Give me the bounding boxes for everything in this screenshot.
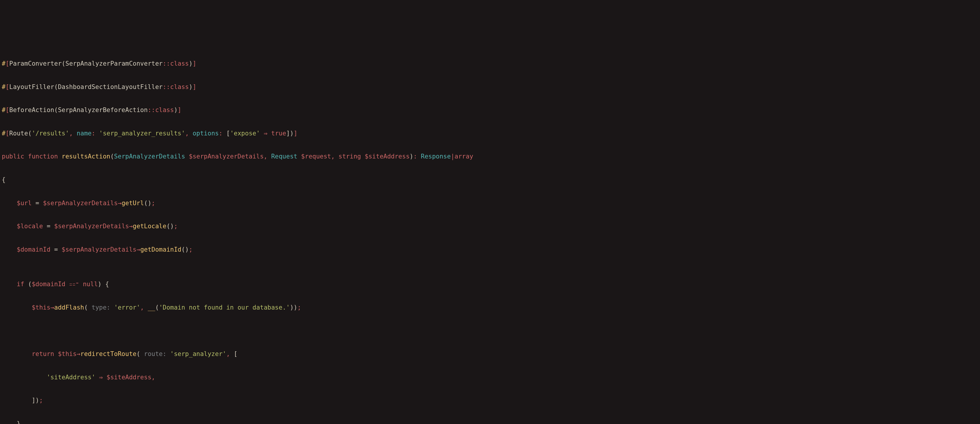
parameter-var: $request xyxy=(301,153,331,160)
method-call: getUrl xyxy=(122,200,144,207)
code-line-17[interactable]: } xyxy=(2,418,978,424)
equals: = xyxy=(54,246,58,253)
code-line-16[interactable]: ]); xyxy=(2,395,978,406)
semicolon: ; xyxy=(151,200,155,207)
space xyxy=(39,200,43,207)
string-literal: 'serp_analyzer' xyxy=(170,350,226,357)
code-line-6[interactable]: { xyxy=(2,174,978,186)
indent xyxy=(2,281,17,288)
equals: = xyxy=(35,200,39,207)
hash-token: # xyxy=(2,60,6,67)
space xyxy=(95,374,99,381)
paren-open: ( xyxy=(62,60,65,67)
hash-token: # xyxy=(2,106,6,114)
code-line-8[interactable]: $locale = $serpAnalyzerDetails→getLocale… xyxy=(2,221,978,232)
space xyxy=(417,153,421,160)
code-line-2[interactable]: #[LayoutFiller(DashboardSectionLayoutFil… xyxy=(2,81,978,93)
semicolon: ; xyxy=(189,246,192,253)
paren-close: ) xyxy=(409,153,414,160)
indent xyxy=(2,420,17,424)
brace-close: } xyxy=(17,420,21,424)
equals: = xyxy=(47,222,51,230)
identity-op: ⩵⁼ xyxy=(69,281,79,288)
paren-open: ( xyxy=(54,83,58,91)
paren-close: ) xyxy=(294,304,298,311)
code-line-11[interactable]: if ($domainId ⩵⁼ null) { xyxy=(2,278,978,290)
code-line-9[interactable]: $domainId = $serpAnalyzerDetails→getDoma… xyxy=(2,244,978,256)
space xyxy=(298,153,301,160)
code-line-1[interactable]: #[ParamConverter(SerpAnalyzerParamConver… xyxy=(2,58,978,70)
space xyxy=(361,153,365,160)
space xyxy=(58,153,62,160)
semicolon: ; xyxy=(298,304,301,311)
variable: $locale xyxy=(17,222,43,230)
bracket-close: ] xyxy=(192,83,196,91)
space xyxy=(50,246,54,253)
space xyxy=(73,130,76,137)
variable: $url xyxy=(17,200,32,207)
paren-close: ) xyxy=(189,83,192,91)
class-keyword: class xyxy=(170,60,189,67)
bracket-close: ] xyxy=(294,130,298,137)
code-line-4[interactable]: #[Route('/results', name: 'serp_analyzer… xyxy=(2,128,978,139)
arrow-op: → xyxy=(50,304,54,311)
space xyxy=(88,304,92,311)
arrow-op: → xyxy=(76,350,81,357)
space xyxy=(24,153,28,160)
paren-open: ( xyxy=(110,153,114,160)
indent xyxy=(2,350,32,357)
space xyxy=(140,350,144,357)
code-line-3[interactable]: #[BeforeAction(SerpAnalyzerBeforeAction:… xyxy=(2,104,978,116)
space xyxy=(54,350,58,357)
brace-open: { xyxy=(2,176,6,183)
method-call: getLocale xyxy=(133,222,167,230)
class-keyword: class xyxy=(170,83,189,91)
fat-arrow: ⇒ xyxy=(99,374,103,381)
space xyxy=(267,153,271,160)
method-call: getDomainId xyxy=(140,246,181,253)
indent xyxy=(2,374,47,381)
variable: $siteAddress xyxy=(107,374,151,381)
this-var: $this xyxy=(32,304,50,311)
paren-open: ( xyxy=(54,106,58,114)
code-line-14[interactable]: return $this→redirectToRoute( route: 'se… xyxy=(2,348,978,360)
named-arg: options xyxy=(192,130,219,137)
comma: , xyxy=(69,130,73,137)
bracket-open: [ xyxy=(6,130,10,137)
arrow-op: → xyxy=(118,200,122,207)
double-colon: :: xyxy=(163,60,170,67)
colon: : xyxy=(92,130,95,137)
paren-close: ) xyxy=(170,222,174,230)
space xyxy=(102,281,105,288)
attribute-name: Route xyxy=(9,130,28,137)
class-reference: SerpAnalyzerBeforeAction xyxy=(58,106,148,114)
indent xyxy=(2,327,32,334)
paren-open: ( xyxy=(144,200,148,207)
code-editor[interactable]: #[ParamConverter(SerpAnalyzerParamConver… xyxy=(0,46,980,424)
comma: , xyxy=(185,130,189,137)
variable: $domainId xyxy=(32,281,65,288)
space xyxy=(50,222,54,230)
this-var: $this xyxy=(58,350,76,357)
bracket-close: ] xyxy=(178,106,181,114)
variable: $domainId xyxy=(17,246,51,253)
class-reference: DashboardSectionLayoutFiller xyxy=(58,83,163,91)
code-line-15[interactable]: 'siteAddress' ⇒ $siteAddress, xyxy=(2,372,978,383)
comma: , xyxy=(140,304,144,311)
brace-open: { xyxy=(105,281,109,288)
method-call: redirectToRoute xyxy=(81,350,137,357)
space xyxy=(230,350,234,357)
code-line-blank[interactable] xyxy=(2,325,978,337)
return-type: Response xyxy=(421,153,451,160)
space xyxy=(144,304,148,311)
paren-close: ) xyxy=(148,200,151,207)
code-line-12[interactable]: $this→addFlash( type: 'error', __('Domai… xyxy=(2,302,978,313)
code-line-5[interactable]: public function resultsAction(SerpAnalyz… xyxy=(2,151,978,162)
string-literal: 'serp_analyzer_results' xyxy=(99,130,185,137)
arrow-op: → xyxy=(129,222,133,230)
paren-open: ( xyxy=(166,222,170,230)
paren-open: ( xyxy=(28,281,32,288)
translate-fn: __ xyxy=(148,304,155,311)
colon: : xyxy=(219,130,223,137)
code-line-7[interactable]: $url = $serpAnalyzerDetails→getUrl(); xyxy=(2,197,978,209)
